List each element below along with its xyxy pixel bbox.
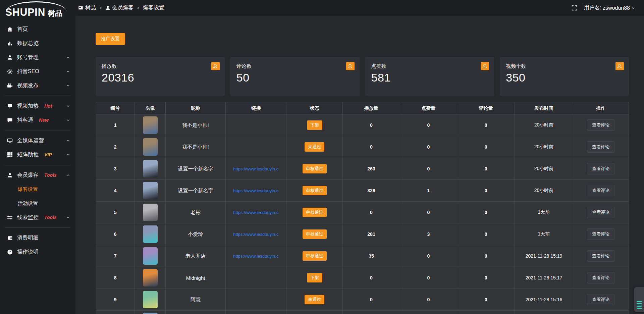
video-link[interactable]: https://www.iesdouyin.c: [226, 188, 286, 193]
row-number: [96, 311, 135, 314]
total-badge: 总: [481, 62, 489, 70]
sidebar-item-label: 账号管理: [17, 54, 39, 61]
comments-cell: 0: [457, 267, 515, 289]
sidebar-item-member-baoke[interactable]: 会员爆客Tools: [0, 168, 75, 182]
video-link[interactable]: https://www.iesdouyin.c: [226, 232, 286, 237]
svg-text:?: ?: [9, 250, 11, 254]
view-comments-button[interactable]: 查看评论: [587, 185, 614, 196]
stat-value: 20316: [102, 71, 219, 84]
status-cell: 审核通过: [286, 180, 343, 202]
avatar-cell: [135, 223, 166, 245]
video-link[interactable]: https://www.iesdouyin.c: [226, 210, 286, 215]
stat-label: 评论数: [236, 63, 354, 69]
fullscreen-icon[interactable]: [572, 5, 577, 11]
comments-cell: 0: [457, 136, 515, 158]
stat-card: 视频个数350总: [500, 57, 629, 96]
nickname-cell: 小爱玲: [166, 223, 225, 245]
sidebar-item-label: 全媒体运营: [17, 137, 44, 144]
sidebar-item-account-management[interactable]: 账号管理: [0, 50, 75, 64]
chevron-down-icon: [66, 118, 70, 122]
topbar-right: 用户名: zswodun88: [572, 4, 635, 11]
sidebar-item-home[interactable]: 首页: [0, 22, 75, 36]
user-icon: [7, 172, 13, 178]
user-dropdown[interactable]: 用户名: zswodun88: [584, 4, 635, 11]
sidebar-item-douyin-seo[interactable]: 抖音SEO: [0, 64, 75, 78]
likes-cell: 0: [400, 267, 457, 289]
sidebar-subitem-baoke-settings[interactable]: 爆客设置: [0, 182, 75, 196]
view-comments-button[interactable]: 查看评论: [587, 228, 614, 240]
table-row: 6小爱玲https://www.iesdouyin.c审核通过281301天前查…: [96, 223, 629, 245]
table-row: 3设置一个新名字https://www.iesdouyin.c审核通过26300…: [96, 158, 629, 180]
sidebar-item-video-publish[interactable]: 视频发布: [0, 78, 75, 93]
action-cell: 查看评论: [573, 202, 629, 223]
video-link[interactable]: https://www.iesdouyin.c: [226, 166, 286, 171]
sidebar-subitem-activity-settings[interactable]: 活动设置: [0, 196, 75, 210]
promo-settings-button[interactable]: 推广设置: [96, 33, 125, 45]
chevron-down-icon: [66, 84, 70, 88]
app-logo[interactable]: SHUPIN 树品: [0, 0, 75, 19]
stat-cards: 播放数20316总评论数50总点赞数581总视频个数350总: [96, 57, 629, 96]
chevron-down-icon: [66, 55, 70, 59]
column-header: 头像: [135, 102, 166, 114]
sidebar-item-douketong[interactable]: 抖客通New: [0, 113, 75, 127]
view-comments-button[interactable]: 查看评论: [587, 163, 614, 174]
sidebar-item-data-overview[interactable]: 数据总览: [0, 36, 75, 50]
action-cell: 查看评论: [573, 245, 629, 267]
sidebar-item-label: 会员爆客: [17, 172, 39, 179]
avatar-cell: [135, 114, 166, 136]
breadcrumb-item-member-baoke[interactable]: 会员爆客: [105, 4, 134, 11]
sidebar-item-clue-monitor[interactable]: 线索监控Tools: [0, 210, 75, 224]
view-comments-button[interactable]: 查看评论: [587, 294, 614, 305]
view-comments-button[interactable]: 查看评论: [587, 141, 614, 153]
column-header: 发布时间: [515, 102, 573, 114]
table-row: [96, 311, 629, 314]
status-badge: 审核通过: [303, 229, 327, 239]
likes-cell: 0: [400, 114, 457, 136]
home-icon: [7, 26, 13, 32]
avatar: [143, 116, 158, 134]
comments-cell: 0: [457, 289, 515, 311]
support-float-widget[interactable]: [634, 287, 644, 312]
row-number: 9: [96, 289, 135, 311]
username-label: 用户名:: [584, 4, 601, 11]
panel-icon: [78, 5, 83, 10]
sliders-icon: [7, 214, 13, 220]
action-cell: 查看评论: [573, 180, 629, 202]
breadcrumb-item-shupin[interactable]: 树品: [78, 4, 96, 11]
sidebar-item-matrix-boost[interactable]: 矩阵助推VIP: [0, 148, 75, 162]
link-cell: https://www.iesdouyin.c: [225, 223, 286, 245]
avatar: [143, 138, 158, 156]
link-cell: https://www.iesdouyin.c: [225, 202, 286, 223]
breadcrumb-separator: >: [137, 5, 140, 10]
view-comments-button[interactable]: 查看评论: [587, 272, 614, 283]
stat-card: 播放数20316总: [96, 57, 225, 96]
table-row: 1我不是小帅!下架00020小时前查看评论: [96, 114, 629, 136]
comments-cell: 0: [457, 114, 515, 136]
publish-time-cell: 2021-11-28 15:19: [515, 245, 573, 267]
sidebar-item-label: 视频发布: [17, 82, 39, 89]
main-content: 推广设置 播放数20316总评论数50总点赞数581总视频个数350总 编号头像…: [75, 16, 644, 314]
plays-cell: 0: [343, 289, 400, 311]
plays-cell: 328: [343, 180, 400, 202]
nickname-cell: 我不是小帅!: [166, 114, 225, 136]
status-cell: 审核通过: [286, 223, 343, 245]
view-comments-button[interactable]: 查看评论: [587, 207, 614, 218]
video-link[interactable]: https://www.iesdouyin.c: [226, 254, 286, 259]
sidebar-item-media-operation[interactable]: 全媒体运营: [0, 134, 75, 148]
plays-cell: [343, 311, 400, 314]
sidebar-item-video-heat[interactable]: 视频加热Hot: [0, 99, 75, 113]
chevron-up-icon: [66, 173, 70, 177]
plays-cell: 263: [343, 158, 400, 180]
monitor-icon: [7, 138, 13, 144]
sidebar-item-operation-guide[interactable]: ?操作说明: [0, 245, 75, 259]
row-number: 8: [96, 267, 135, 289]
widget-stripe: [637, 306, 642, 307]
view-comments-button[interactable]: 查看评论: [587, 250, 614, 262]
sidebar-item-consumption-detail[interactable]: 消费明细: [0, 231, 75, 245]
plays-cell: 281: [343, 223, 400, 245]
view-comments-button[interactable]: 查看评论: [587, 119, 614, 131]
link-cell: https://www.iesdouyin.c: [225, 180, 286, 202]
sidebar-item-label: 视频加热: [17, 103, 39, 110]
row-number: 7: [96, 245, 135, 267]
sidebar-divider: [5, 96, 70, 96]
